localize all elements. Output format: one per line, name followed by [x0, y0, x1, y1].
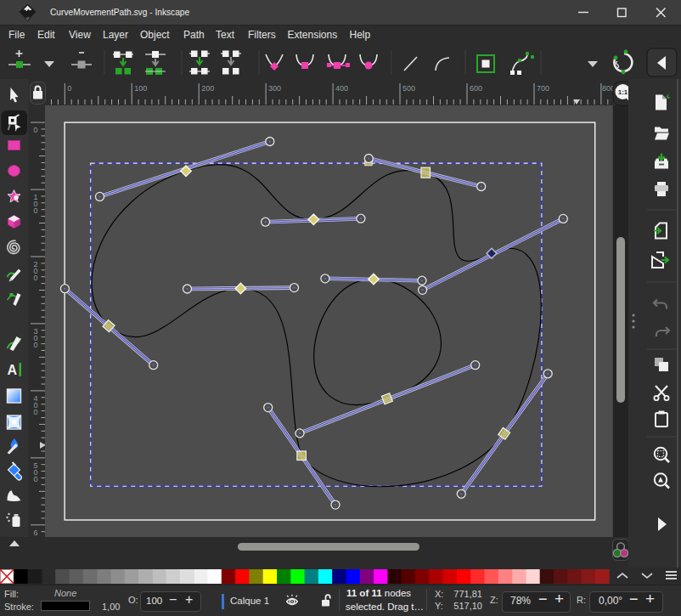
svg-text:1:1: 1:1: [618, 88, 628, 96]
svg-text:500: 500: [402, 84, 415, 93]
svg-text:0: 0: [33, 274, 37, 282]
svg-text:700: 700: [537, 84, 549, 93]
svg-text:400: 400: [335, 84, 348, 93]
svg-text:0: 0: [67, 84, 71, 93]
svg-text:0: 0: [33, 341, 37, 349]
svg-text:A: A: [8, 363, 18, 377]
svg-text:100: 100: [134, 84, 147, 93]
svg-text:300: 300: [268, 84, 281, 93]
svg-text:0: 0: [33, 126, 37, 134]
svg-text:600: 600: [470, 84, 482, 93]
svg-text:200: 200: [201, 84, 214, 93]
svg-text:0: 0: [33, 475, 37, 483]
svg-text:0: 0: [33, 408, 37, 416]
svg-text:0: 0: [33, 206, 37, 215]
